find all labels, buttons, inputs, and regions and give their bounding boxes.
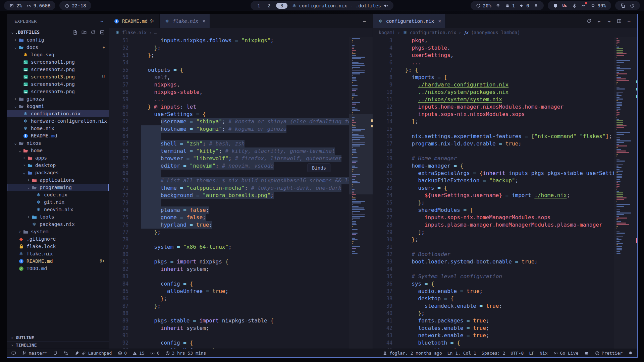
tree-item-kogami[interactable]: ⌄kogami bbox=[7, 103, 109, 110]
code-line[interactable]: 26 sharedModules = [ bbox=[373, 206, 614, 214]
tree-item-flake.lock[interactable]: flake.lock bbox=[7, 243, 109, 250]
code-line[interactable]: 11 ../nixos/system/system.nix bbox=[373, 96, 614, 103]
code-line[interactable]: 54 bbox=[109, 59, 349, 66]
close-icon[interactable]: × bbox=[438, 18, 441, 24]
code-line[interactable]: 19 # Home manager bbox=[373, 155, 614, 162]
code-line[interactable]: 73 bbox=[109, 199, 349, 206]
code-line[interactable]: 4 pkgs-stable, bbox=[373, 44, 614, 52]
tree-item-home.nix[interactable]: ❄home.nix bbox=[7, 125, 109, 132]
system-tray-pill[interactable]: 20%10 bbox=[471, 1, 544, 10]
status-bell[interactable] bbox=[628, 351, 633, 356]
code-area-left[interactable]: 51 inputs.nixpkgs.follows = "nixpkgs";52… bbox=[109, 37, 349, 349]
status-sync[interactable] bbox=[53, 351, 58, 356]
editor-left[interactable]: 51 inputs.nixpkgs.follows = "nixpkgs";52… bbox=[109, 37, 373, 349]
code-line[interactable]: 61 userSettings = { bbox=[109, 111, 349, 118]
status-ln-1-col-1[interactable]: Ln 1, Col 1 bbox=[447, 351, 476, 356]
code-line[interactable]: 39 steamdeck.enable = true; bbox=[373, 302, 614, 310]
code-line[interactable]: 92 config = { bbox=[109, 339, 349, 347]
applet-pill[interactable]: Uc99% bbox=[548, 1, 611, 10]
code-line[interactable]: 20 home-manager = { bbox=[373, 162, 614, 170]
code-line[interactable]: 43 network.enable = true; bbox=[373, 332, 614, 339]
status-0[interactable]: 0 bbox=[117, 351, 127, 356]
code-line[interactable]: 3 pkgs, bbox=[373, 37, 614, 44]
code-line[interactable]: 86 }; bbox=[109, 295, 349, 302]
tree-item-flake.nix[interactable]: ❄flake.nix bbox=[7, 250, 109, 257]
tree-item-neovim.nix[interactable]: ❄neovim.nix bbox=[7, 206, 109, 213]
code-line[interactable]: 76 hyprland = true; bbox=[109, 221, 349, 229]
code-line[interactable]: 31 bbox=[373, 243, 614, 251]
tree-item-README.md[interactable]: iREADME.md9+ bbox=[7, 257, 109, 265]
nav-fwd-icon[interactable]: → bbox=[606, 18, 612, 24]
clock-pill[interactable]: 22:18 bbox=[59, 1, 91, 10]
code-line[interactable]: 52 }; bbox=[109, 44, 349, 52]
tree-item-packages[interactable]: ⌄packages bbox=[7, 169, 109, 176]
code-line[interactable]: 81 pkgs = import nixpkgs { bbox=[109, 258, 349, 265]
code-line[interactable]: 30 }; bbox=[373, 236, 614, 243]
code-line[interactable]: 82 inherit system; bbox=[109, 265, 349, 273]
tree-item-screenshot1.png[interactable]: screenshot1.png bbox=[7, 58, 109, 66]
code-line[interactable]: 14 ]; bbox=[373, 118, 614, 125]
status-nix[interactable]: Nix bbox=[540, 351, 547, 356]
code-line[interactable]: 84 config = { bbox=[109, 280, 349, 288]
code-line[interactable]: 27 inputs.sops-nix.homeManagerModules.so… bbox=[373, 214, 614, 221]
code-line[interactable]: 21 extraSpecialArgs = {inherit inputs pk… bbox=[373, 170, 614, 177]
tab-flake.nix[interactable]: ❄flake.nix× bbox=[160, 14, 210, 28]
code-line[interactable]: 22 backupFileExtension = "backup"; bbox=[373, 177, 614, 184]
status-compare[interactable] bbox=[63, 351, 69, 356]
status-spaces-2[interactable]: Spaces: 2 bbox=[482, 351, 505, 356]
sync-icon[interactable] bbox=[586, 18, 592, 24]
tree-item-docs[interactable]: ⌄docs● bbox=[7, 44, 109, 51]
code-line[interactable]: 66 terminal = "kitty"; # kitty, alacritt… bbox=[109, 147, 349, 155]
code-line[interactable]: 45 enable = true; bbox=[373, 347, 614, 349]
code-line[interactable]: 36 sys = { bbox=[373, 280, 614, 288]
code-line[interactable]: 15 bbox=[373, 125, 614, 133]
code-line[interactable]: 29 ]; bbox=[373, 229, 614, 236]
outline-panel-header[interactable]: › OUTLINE bbox=[7, 334, 109, 341]
code-line[interactable]: 56 self, bbox=[109, 74, 349, 81]
tree-item-tools[interactable]: ›tools bbox=[7, 213, 109, 221]
status-prettier[interactable]: Prettier bbox=[594, 351, 623, 356]
code-line[interactable]: 7}: { bbox=[373, 66, 614, 74]
code-line[interactable]: 58 nixpkgs-stable, bbox=[109, 88, 349, 96]
code-line[interactable]: 13 inputs.sops-nix.nixosModules.sops bbox=[373, 111, 614, 118]
editor-right[interactable]: 3 pkgs,4 pkgs-stable,5 userSettings,6 ..… bbox=[373, 37, 637, 349]
new-file-icon[interactable] bbox=[72, 29, 77, 35]
tree-item-hardware-configuration.nix[interactable]: ❄hardware-configuration.nix bbox=[7, 117, 109, 125]
code-line[interactable]: 51 inputs.nixpkgs.follows = "nixpkgs"; bbox=[109, 37, 349, 44]
breadcrumb-item[interactable]: … bbox=[154, 30, 157, 35]
code-line[interactable]: 74 plasma = false; bbox=[109, 206, 349, 214]
tree-item-.gitignore[interactable]: ◆.gitignore bbox=[7, 235, 109, 243]
code-line[interactable]: 44 bluetooth = { bbox=[373, 339, 614, 347]
status-3-hrs-53-mins[interactable]: 3 hrs 53 mins bbox=[165, 351, 206, 356]
minimap-left[interactable] bbox=[349, 37, 373, 349]
code-line[interactable]: 93 allowUnfree = true; bbox=[109, 347, 349, 349]
code-line[interactable]: 85 allowUnfree = true; bbox=[109, 288, 349, 295]
nav-back-icon[interactable]: ← bbox=[596, 18, 602, 24]
code-line[interactable]: 34 bbox=[373, 265, 614, 273]
code-line[interactable]: 64 bbox=[109, 133, 349, 140]
code-line[interactable]: 23 users = { bbox=[373, 184, 614, 192]
code-line[interactable]: 18 bbox=[373, 147, 614, 155]
code-line[interactable]: 17 programs.nix-ld.dev.enable = true; bbox=[373, 140, 614, 147]
tree-item-system[interactable]: ›system bbox=[7, 228, 109, 235]
code-line[interactable]: 24 ${userSettings.username} = import ./h… bbox=[373, 192, 614, 199]
code-line[interactable]: 89 pkgs-stable = import nixpkgs-stable { bbox=[109, 317, 349, 324]
code-line[interactable]: 37 audio.enable = true; bbox=[373, 288, 614, 295]
tree-item-apps[interactable]: ›apps bbox=[7, 154, 109, 162]
code-line[interactable]: 55 outputs = { bbox=[109, 66, 349, 74]
code-line[interactable]: 9 ./hardware-configuration.nix bbox=[373, 81, 614, 88]
code-line[interactable]: 42 locales.enable = true; bbox=[373, 324, 614, 332]
code-line[interactable]: 28 inputs.plasma-manager.homeManagerModu… bbox=[373, 221, 614, 229]
tree-item-home[interactable]: ⌄home bbox=[7, 147, 109, 154]
code-line[interactable]: 65 shell = "zsh"; # bash, zsh bbox=[109, 140, 349, 147]
tree-item-applications[interactable]: ›applications bbox=[7, 176, 109, 184]
status-utf-8[interactable]: UTF-8 bbox=[511, 351, 524, 356]
workspace-3[interactable]: 3 bbox=[276, 3, 287, 9]
code-line[interactable]: 41 fonts.packages = true; bbox=[373, 317, 614, 324]
tree-item-desktop[interactable]: ›desktop bbox=[7, 162, 109, 169]
tree-item-programming[interactable]: ⌄programming bbox=[7, 184, 109, 191]
session-pill[interactable] bbox=[615, 1, 640, 10]
status-master-[interactable]: master* bbox=[22, 351, 47, 356]
timeline-panel-header[interactable]: › TIMELINE bbox=[7, 341, 109, 349]
code-line[interactable]: 60 } @ inputs: let bbox=[109, 103, 349, 111]
